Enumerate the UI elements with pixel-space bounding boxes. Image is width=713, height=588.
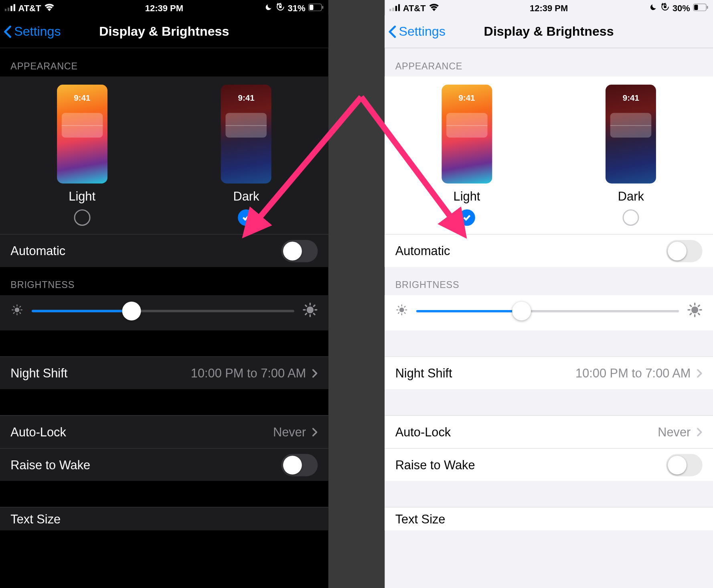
back-button[interactable]: Settings bbox=[385, 24, 446, 39]
light-mode-screenshot: AT&T 12:39 PM 30% bbox=[385, 0, 713, 588]
auto-lock-detail: Never bbox=[658, 425, 691, 439]
brightness-slider-thumb[interactable] bbox=[122, 302, 141, 320]
sun-min-icon bbox=[10, 303, 23, 318]
checkmark-icon bbox=[462, 213, 471, 222]
light-preview-thumbnail: 9:41 bbox=[442, 85, 492, 183]
auto-lock-label: Auto-Lock bbox=[10, 425, 66, 439]
appearance-options: 9:41 Light 9:41 Dark bbox=[0, 77, 328, 234]
battery-icon bbox=[308, 3, 324, 13]
night-shift-row[interactable]: Night Shift 10:00 PM to 7:00 AM bbox=[385, 356, 713, 389]
nav-header: Settings Display & Brightness bbox=[0, 15, 328, 48]
brightness-slider[interactable] bbox=[32, 310, 294, 312]
raise-to-wake-label: Raise to Wake bbox=[395, 458, 475, 472]
wifi-icon bbox=[429, 3, 439, 13]
dark-preview-thumbnail: 9:41 bbox=[221, 85, 271, 183]
automatic-label: Automatic bbox=[10, 244, 65, 258]
night-shift-detail: 10:00 PM to 7:00 AM bbox=[575, 366, 691, 380]
svg-line-26 bbox=[314, 305, 315, 306]
svg-line-14 bbox=[14, 306, 14, 307]
appearance-option-light[interactable]: 9:41 Light bbox=[442, 85, 492, 226]
svg-line-17 bbox=[20, 306, 20, 307]
appearance-option-dark[interactable]: 9:41 Dark bbox=[221, 85, 271, 226]
auto-lock-row[interactable]: Auto-Lock Never bbox=[0, 415, 328, 448]
status-bar: AT&T 12:39 PM 31% bbox=[0, 0, 328, 15]
svg-line-41 bbox=[398, 306, 399, 307]
auto-lock-label: Auto-Lock bbox=[395, 425, 451, 439]
appearance-options: 9:41 Light 9:41 Dark bbox=[385, 77, 713, 234]
raise-to-wake-row: Raise to Wake bbox=[385, 448, 713, 481]
battery-percent: 31% bbox=[288, 3, 306, 13]
brightness-slider-thumb[interactable] bbox=[512, 302, 531, 320]
raise-to-wake-label: Raise to Wake bbox=[10, 458, 90, 472]
svg-rect-30 bbox=[398, 4, 400, 11]
light-radio-unchecked[interactable] bbox=[74, 209, 90, 226]
back-label: Settings bbox=[399, 24, 445, 39]
moon-icon bbox=[650, 3, 658, 13]
svg-line-52 bbox=[690, 313, 691, 314]
svg-line-23 bbox=[306, 305, 307, 306]
auto-lock-detail: Never bbox=[273, 425, 306, 439]
svg-rect-7 bbox=[310, 4, 314, 10]
appearance-section-label: APPEARANCE bbox=[0, 48, 328, 76]
appearance-option-dark[interactable]: 9:41 Dark bbox=[606, 85, 656, 226]
chevron-left-icon bbox=[4, 25, 12, 38]
dark-mode-screenshot: AT&T 12:39 PM 31% bbox=[0, 0, 328, 588]
dark-option-label: Dark bbox=[233, 189, 259, 203]
automatic-toggle[interactable] bbox=[666, 239, 703, 262]
svg-rect-1 bbox=[8, 7, 9, 11]
automatic-row: Automatic bbox=[0, 234, 328, 267]
nav-header: Settings Display & Brightness bbox=[385, 15, 713, 48]
automatic-label: Automatic bbox=[395, 244, 450, 258]
raise-to-wake-toggle[interactable] bbox=[666, 454, 703, 476]
svg-line-16 bbox=[14, 312, 14, 313]
svg-line-43 bbox=[398, 312, 399, 313]
svg-line-25 bbox=[306, 313, 307, 314]
svg-rect-29 bbox=[395, 6, 397, 11]
chevron-left-icon bbox=[388, 25, 397, 38]
light-preview-thumbnail: 9:41 bbox=[57, 85, 107, 183]
carrier-label: AT&T bbox=[403, 3, 426, 13]
text-size-row[interactable]: Text Size bbox=[385, 507, 713, 531]
moon-icon bbox=[265, 3, 273, 13]
signal-icon bbox=[389, 3, 400, 13]
text-size-label: Text Size bbox=[10, 512, 61, 526]
dark-option-label: Dark bbox=[618, 189, 644, 203]
chevron-right-icon bbox=[312, 368, 318, 377]
svg-line-44 bbox=[405, 306, 405, 307]
dark-radio-checked[interactable] bbox=[238, 209, 255, 226]
wifi-icon bbox=[44, 3, 55, 13]
night-shift-label: Night Shift bbox=[395, 366, 452, 380]
automatic-toggle[interactable] bbox=[282, 239, 318, 262]
checkmark-icon bbox=[241, 213, 251, 222]
svg-rect-8 bbox=[322, 6, 323, 8]
back-button[interactable]: Settings bbox=[0, 24, 61, 39]
raise-to-wake-toggle[interactable] bbox=[282, 454, 318, 476]
svg-rect-0 bbox=[5, 8, 6, 11]
svg-rect-2 bbox=[10, 6, 12, 11]
raise-to-wake-row: Raise to Wake bbox=[0, 448, 328, 481]
battery-percent: 30% bbox=[672, 3, 690, 13]
svg-line-51 bbox=[698, 313, 699, 314]
night-shift-row[interactable]: Night Shift 10:00 PM to 7:00 AM bbox=[0, 356, 328, 389]
orientation-lock-icon bbox=[276, 2, 285, 13]
svg-rect-32 bbox=[664, 6, 666, 8]
svg-rect-3 bbox=[14, 4, 15, 11]
svg-line-15 bbox=[20, 312, 20, 313]
svg-point-18 bbox=[307, 306, 314, 313]
orientation-lock-icon bbox=[661, 2, 670, 13]
brightness-slider-fill bbox=[416, 310, 521, 312]
svg-point-45 bbox=[691, 306, 698, 313]
light-radio-checked[interactable] bbox=[458, 209, 475, 226]
svg-line-24 bbox=[314, 313, 315, 314]
signal-icon bbox=[5, 3, 15, 13]
text-size-row[interactable]: Text Size bbox=[0, 507, 328, 531]
auto-lock-row[interactable]: Auto-Lock Never bbox=[385, 415, 713, 448]
carrier-label: AT&T bbox=[18, 3, 41, 13]
dark-radio-unchecked[interactable] bbox=[623, 209, 639, 226]
brightness-section-label: BRIGHTNESS bbox=[0, 267, 328, 295]
brightness-slider[interactable] bbox=[416, 310, 679, 312]
text-size-label: Text Size bbox=[395, 512, 446, 526]
dark-preview-thumbnail: 9:41 bbox=[606, 85, 656, 183]
appearance-option-light[interactable]: 9:41 Light bbox=[57, 85, 107, 226]
svg-rect-35 bbox=[707, 6, 708, 8]
